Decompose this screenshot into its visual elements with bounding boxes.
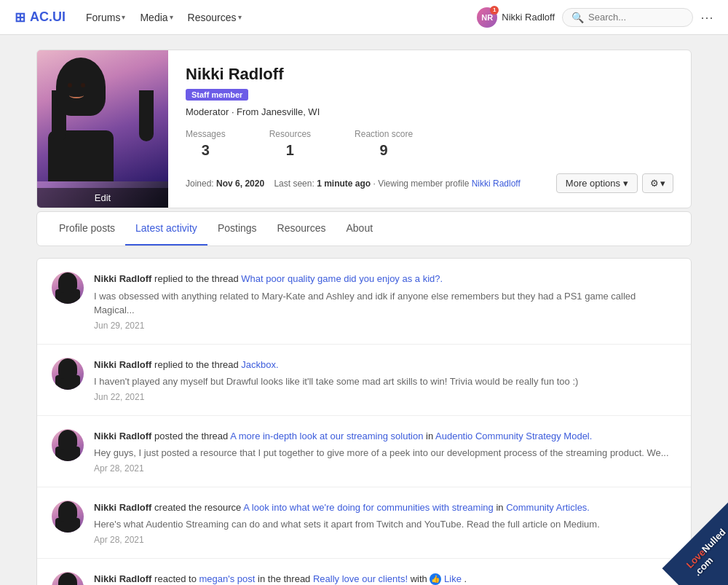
avatar-eye-right: [81, 83, 85, 87]
activity-date-4: Apr 28, 2021: [94, 535, 676, 545]
like-icon: 👍: [430, 573, 441, 585]
nav-username: Nikki Radloff: [502, 12, 555, 23]
activity-date-2: Jun 22, 2021: [94, 392, 676, 402]
activity-avatar-4: [52, 500, 84, 533]
nav-right: NR 1 Nikki Radloff 🔍 ⋯: [477, 7, 713, 28]
activity-content-2: Nikki Radloff replied to the thread Jack…: [94, 358, 676, 402]
profile-card: Edit Nikki Radloff Staff member Moderato…: [36, 50, 692, 208]
activity-preview-4: Here's what Audentio Streaming can do an…: [94, 517, 676, 532]
brand-logo[interactable]: ⊞ AC.UI: [15, 9, 66, 25]
avatar: NR 1: [477, 7, 497, 28]
profile-meta-left: Joined: Nov 6, 2020 Last seen: 1 minute …: [186, 178, 542, 189]
profile-meta: Joined: Nov 6, 2020 Last seen: 1 minute …: [186, 173, 673, 193]
brand-grid-icon: ⊞: [15, 9, 25, 25]
profile-self-link[interactable]: Nikki Radloff: [472, 178, 521, 189]
mini-hair-2: [58, 358, 77, 379]
activity-text-3: Nikki Radloff posted the thread A more i…: [94, 429, 676, 444]
nav-media[interactable]: Media ▾: [134, 9, 178, 26]
nav-links: Forums ▾ Media ▾ Resources ▾: [80, 9, 462, 26]
activity-item: Nikki Radloff replied to the thread What…: [37, 259, 691, 345]
mention-link-5[interactable]: megan's post: [199, 573, 256, 584]
avatar-image: [37, 50, 168, 181]
reaction-label-5[interactable]: Like: [444, 573, 462, 584]
activity-preview-3: Hey guys, I just posted a resource that …: [94, 446, 676, 460]
activity-date-3: Apr 28, 2021: [94, 463, 676, 474]
profile-info: Nikki Radloff Staff member Moderator · F…: [168, 50, 691, 208]
tab-latest-activity[interactable]: Latest activity: [125, 212, 207, 246]
resources-chevron-icon: ▾: [238, 13, 242, 21]
avatar-eye-left: [68, 83, 72, 87]
nav-forums[interactable]: Forums ▾: [80, 9, 131, 26]
gear-icon: ⚙: [650, 178, 659, 189]
more-options-caret-icon: ▾: [623, 178, 628, 189]
edit-avatar-overlay[interactable]: Edit: [37, 188, 168, 208]
search-input[interactable]: [588, 12, 684, 23]
activity-text-2: Nikki Radloff replied to the thread Jack…: [94, 358, 676, 372]
mini-hair-4: [58, 501, 77, 522]
brand-name: AC.UI: [30, 9, 66, 25]
forum-link-3[interactable]: Audentio Community Strategy Model.: [435, 431, 592, 441]
activity-content-5: Nikki Radloff reacted to megan's post in…: [94, 572, 676, 586]
activity-date-1: Jun 29, 2021: [94, 321, 676, 331]
activity-preview-2: I haven't played any myself but Drawful …: [94, 374, 676, 389]
media-chevron-icon: ▾: [170, 13, 173, 21]
stat-reaction: Reaction score 9: [355, 129, 413, 159]
thread-link-1[interactable]: What poor quality game did you enjoy as …: [241, 273, 443, 284]
activity-avatar-2: [52, 358, 84, 390]
forum-link-4[interactable]: Community Articles.: [506, 502, 590, 513]
thread-link-2[interactable]: Jackbox.: [241, 359, 278, 370]
activity-text-1: Nikki Radloff replied to the thread What…: [94, 272, 676, 286]
gear-caret-icon: ▾: [660, 178, 665, 189]
profile-actions: More options ▾ ⚙ ▾: [556, 173, 673, 193]
gear-button[interactable]: ⚙ ▾: [642, 173, 673, 193]
activity-text-5: Nikki Radloff reacted to megan's post in…: [94, 572, 676, 586]
forums-chevron-icon: ▾: [122, 13, 125, 21]
activity-item: Nikki Radloff replied to the thread Jack…: [37, 345, 691, 416]
thread-link-4[interactable]: A look into what we're doing for communi…: [243, 502, 494, 513]
profile-stats: Messages 3 Resources 1 Reaction score 9: [186, 129, 673, 159]
activity-content-3: Nikki Radloff posted the thread A more i…: [94, 429, 676, 474]
staff-badge: Staff member: [186, 89, 248, 101]
mini-hair-5: [58, 573, 77, 586]
avatar-face: [65, 78, 88, 98]
activity-content-4: Nikki Radloff created the resource A loo…: [94, 500, 676, 545]
tab-postings[interactable]: Postings: [207, 212, 267, 246]
activity-avatar-5: [52, 572, 84, 586]
activity-avatar-1: [52, 272, 84, 304]
profile-avatar-section: Edit: [37, 50, 168, 208]
tab-about[interactable]: About: [336, 212, 384, 246]
activity-text-4: Nikki Radloff created the resource A loo…: [94, 500, 676, 515]
activity-preview-1: I was obsessed with anything related to …: [94, 289, 676, 318]
thread-link-5[interactable]: Really love our clients!: [313, 573, 408, 584]
search-icon: 🔍: [571, 12, 584, 23]
more-options-icon[interactable]: ⋯: [700, 9, 713, 25]
stat-messages: Messages 3: [186, 129, 226, 159]
mini-hair-3: [58, 430, 77, 450]
navbar: ⊞ AC.UI Forums ▾ Media ▾ Resources ▾ NR …: [0, 0, 728, 35]
activity-item: Nikki Radloff posted the thread A more i…: [37, 416, 691, 487]
mini-hair-1: [58, 272, 77, 293]
main-content: Edit Nikki Radloff Staff member Moderato…: [22, 50, 706, 585]
profile-name: Nikki Radloff: [186, 65, 673, 84]
activity-item: Nikki Radloff created the resource A loo…: [37, 487, 691, 559]
tabs-bar: Profile posts Latest activity Postings R…: [36, 211, 692, 246]
activity-content-1: Nikki Radloff replied to the thread What…: [94, 272, 676, 331]
avatar-hair-right: [139, 90, 154, 141]
nav-user[interactable]: NR 1 Nikki Radloff: [477, 7, 555, 28]
activity-item: Nikki Radloff reacted to megan's post in…: [37, 559, 691, 586]
more-options-button[interactable]: More options ▾: [556, 173, 638, 193]
avatar-smile: [69, 93, 84, 98]
nav-resources[interactable]: Resources ▾: [182, 9, 248, 26]
tab-profile-posts[interactable]: Profile posts: [49, 212, 125, 246]
notification-badge: 1: [490, 6, 499, 15]
profile-role: Moderator · From Janesville, WI: [186, 106, 673, 117]
activity-container: Nikki Radloff replied to the thread What…: [36, 258, 692, 585]
stat-resources: Resources 1: [269, 129, 311, 159]
activity-avatar-3: [52, 429, 84, 461]
thread-link-3[interactable]: A more in-depth look at our streaming so…: [230, 431, 423, 441]
search-box[interactable]: 🔍: [562, 8, 693, 27]
tab-resources[interactable]: Resources: [267, 212, 336, 246]
